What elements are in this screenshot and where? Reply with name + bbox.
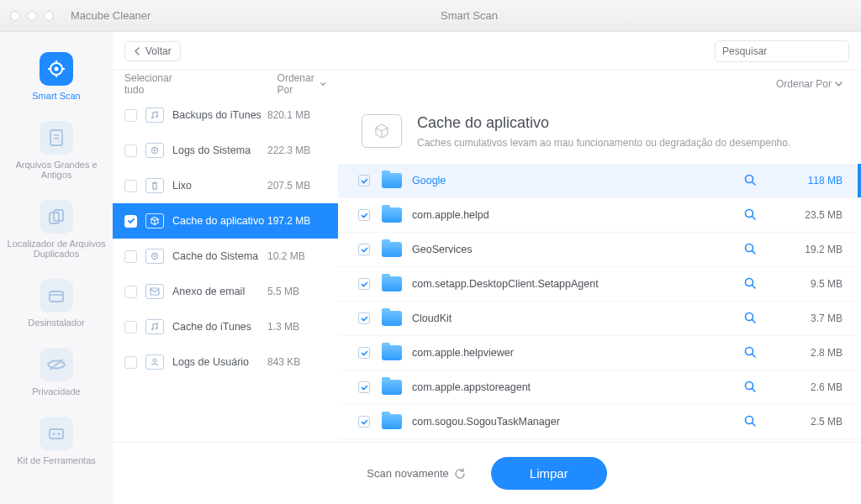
sidebar-item-label: Arquivos Grandes e Antigos <box>5 160 108 180</box>
back-button[interactable]: Voltar <box>124 41 181 61</box>
item-row[interactable]: com.apple.helpviewer2.8 MB <box>338 336 861 370</box>
sidebar-item-0[interactable]: Smart Scan <box>0 44 113 113</box>
mail-icon <box>145 284 164 299</box>
chevron-down-icon <box>320 81 326 87</box>
folder-icon <box>382 311 402 326</box>
category-size: 843 KB <box>267 356 326 368</box>
checkbox[interactable] <box>358 175 370 186</box>
checkbox[interactable] <box>124 286 137 298</box>
chevron-left-icon <box>134 47 140 55</box>
svg-line-42 <box>753 389 756 392</box>
checkbox[interactable] <box>358 209 370 221</box>
close-dot[interactable] <box>10 11 20 21</box>
item-name: CloudKit <box>412 312 743 324</box>
checkbox[interactable] <box>124 180 137 192</box>
reveal-icon[interactable] <box>743 207 758 223</box>
refresh-icon <box>454 468 466 480</box>
titlebar: Macube Cleaner Smart Scan <box>0 0 861 32</box>
checkbox[interactable] <box>124 356 137 369</box>
sidebar-item-4[interactable]: Privacidade <box>0 339 113 408</box>
music-icon <box>145 319 164 334</box>
item-row[interactable]: com.setapp.DesktopClient.SetappAgent9.5 … <box>338 267 861 302</box>
svg-point-20 <box>156 116 158 118</box>
category-row[interactable]: Logs do Sistema222.3 MB <box>113 133 338 168</box>
checkbox[interactable] <box>358 312 370 324</box>
category-row[interactable]: Cache do iTunes1.3 MB <box>113 309 338 344</box>
reveal-icon[interactable] <box>743 242 758 257</box>
category-row[interactable]: Backups do iTunes820.1 MB <box>113 97 338 133</box>
sidebar-item-5[interactable]: Kit de Ferramentas <box>0 408 113 477</box>
checkbox[interactable] <box>124 109 137 122</box>
search-box[interactable] <box>715 40 849 62</box>
category-name: Anexo de email <box>172 286 267 297</box>
item-row[interactable]: com.apple.helpd23.5 MB <box>338 198 861 233</box>
checkbox[interactable] <box>124 144 137 157</box>
category-name: Lixo <box>172 180 267 192</box>
item-size: 19.2 MB <box>789 244 843 255</box>
clean-button[interactable]: Limpar <box>491 457 607 490</box>
category-size: 10.2 MB <box>267 250 326 262</box>
page-title: Smart Scan <box>87 9 851 22</box>
checkbox[interactable] <box>124 215 137 228</box>
checkbox[interactable] <box>358 416 370 428</box>
category-name: Logs do Sistema <box>172 144 267 156</box>
folder-icon <box>382 380 402 395</box>
folder-icon <box>382 242 402 257</box>
svg-line-34 <box>753 251 756 255</box>
category-row[interactable]: Cache do aplicativo197.2 MB <box>113 203 338 239</box>
sort-categories[interactable]: Ordenar Por <box>277 72 326 96</box>
item-row[interactable]: com.sogou.SogouTaskManager2.5 MB <box>338 405 861 439</box>
item-size: 2.8 MB <box>789 347 843 359</box>
traffic-lights <box>10 11 54 21</box>
item-name: GeoServices <box>412 244 743 255</box>
sidebar-item-label: Smart Scan <box>5 91 108 101</box>
doc-icon <box>40 121 73 155</box>
reveal-icon[interactable] <box>743 380 758 395</box>
reveal-icon[interactable] <box>743 276 758 291</box>
checkbox[interactable] <box>358 381 370 393</box>
svg-line-40 <box>753 354 756 358</box>
checkbox[interactable] <box>358 278 370 290</box>
checkbox[interactable] <box>358 347 370 359</box>
topbar: Voltar <box>113 32 861 71</box>
svg-point-1 <box>55 67 59 71</box>
category-list: Backups do iTunes820.1 MBLogs do Sistema… <box>113 97 338 442</box>
reveal-icon[interactable] <box>743 173 758 188</box>
svg-rect-11 <box>50 291 63 302</box>
search-input[interactable] <box>722 45 848 57</box>
select-all-link[interactable]: Selecionar tudo <box>124 72 177 96</box>
category-row[interactable]: Cache do Sistema10.2 MB <box>113 239 338 274</box>
category-row[interactable]: Logs de Usuário843 KB <box>113 344 338 380</box>
sidebar-item-3[interactable]: Desinstalador <box>0 270 113 339</box>
svg-point-22 <box>154 150 156 152</box>
reveal-icon[interactable] <box>743 345 758 360</box>
sidebar-item-1[interactable]: Arquivos Grandes e Antigos <box>0 113 113 192</box>
folder-icon <box>382 173 402 188</box>
category-row[interactable]: Lixo207.5 MB <box>113 168 338 203</box>
checkbox[interactable] <box>124 250 137 263</box>
reveal-icon[interactable] <box>743 414 758 429</box>
target-icon <box>40 52 73 86</box>
item-row[interactable]: Google118 MB <box>338 164 861 198</box>
gear-icon <box>145 143 164 158</box>
sort-items[interactable]: Ordenar Por <box>338 78 861 90</box>
checkbox[interactable] <box>358 244 370 255</box>
reveal-icon[interactable] <box>743 311 758 326</box>
category-size: 207.5 MB <box>267 180 326 192</box>
category-name: Cache do iTunes <box>172 321 267 333</box>
svg-line-30 <box>753 182 756 186</box>
zoom-dot[interactable] <box>44 11 54 21</box>
sidebar-item-2[interactable]: Localizador de Arquivos Duplicados <box>0 192 113 270</box>
item-size: 2.5 MB <box>789 416 843 428</box>
item-row[interactable]: com.apple.appstoreagent2.6 MB <box>338 370 861 405</box>
svg-point-28 <box>153 359 156 362</box>
trash-icon <box>145 178 164 193</box>
item-row[interactable]: GeoServices19.2 MB <box>338 233 861 267</box>
minimize-dot[interactable] <box>27 11 37 21</box>
detail-header: Cache do aplicativo Caches cumulativos l… <box>338 97 861 164</box>
scan-again-button[interactable]: Scan novamente <box>367 467 466 480</box>
checkbox[interactable] <box>124 321 137 333</box>
detail-pane: Cache do aplicativo Caches cumulativos l… <box>338 97 861 442</box>
category-row[interactable]: Anexo de email5.5 MB <box>113 274 338 309</box>
item-row[interactable]: CloudKit3.7 MB <box>338 302 861 336</box>
